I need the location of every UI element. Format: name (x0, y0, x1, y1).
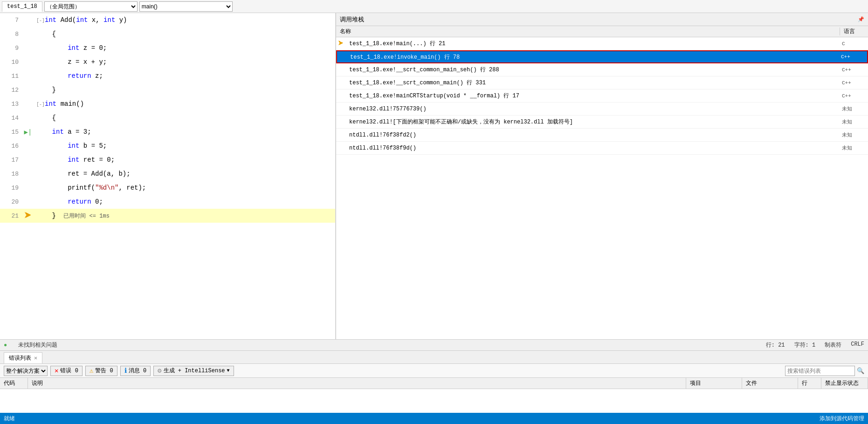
line-number-10: 10 (0, 59, 23, 66)
close-error-tab-icon[interactable]: ✕ (34, 355, 37, 362)
error-icon: ✕ (55, 367, 58, 375)
callstack-columns: 名称 语言 (336, 26, 868, 37)
callstack-header: 调用堆栈 📌 (336, 13, 868, 26)
list-item[interactable]: test_1_18.exe!invoke_main() 行 78 C++ (336, 50, 868, 63)
scope-select[interactable]: 整个解决方案 (4, 366, 48, 376)
line-gutter-15: ▶| (23, 128, 33, 136)
warning-label: 警告 0 (95, 367, 113, 375)
line-content-12: } (33, 86, 56, 94)
scope-dropdown[interactable]: （全局范围） (44, 1, 138, 12)
char-info: 字符: 1 (794, 341, 816, 349)
list-item[interactable]: test_1_18.exe!__scrt_common_main_seh() 行… (336, 63, 868, 76)
callstack-rows[interactable]: ⮞ test_1_18.exe!main(...) 行 21 C test_1_… (336, 37, 868, 350)
table-row: 15 ▶| int a = 3; (0, 125, 335, 139)
table-row: 11 return z; (0, 69, 335, 83)
error-cols: 代码 说明 项目 文件 行 禁止显示状态 (0, 378, 868, 389)
table-row: 10 z = x + y; (0, 55, 335, 69)
line-number-7: 7 (0, 17, 23, 24)
cs-row-lang-0: C (840, 41, 868, 47)
error-button[interactable]: ✕ 错误 0 (50, 366, 83, 376)
table-row: 9 int z = 0; (0, 41, 335, 55)
col-desc-header: 说明 (28, 378, 686, 389)
list-item[interactable]: kernel32.dll![下面的框架可能不正确和/或缺失，没有为 kernel… (336, 116, 868, 129)
cs-row-name-3: test_1_18.exe!__scrt_common_main() 行 331 (345, 79, 840, 87)
line-number-19: 19 (0, 185, 23, 191)
debug-arrow-icon: ▶| (24, 128, 32, 136)
dropdown-chevron-icon: ▼ (227, 368, 230, 373)
message-button[interactable]: ℹ 消息 0 (120, 366, 151, 376)
list-item[interactable]: ntdll.dll!76f38f9d() 未知 (336, 142, 868, 155)
callstack-pin-icon[interactable]: 📌 (858, 16, 864, 22)
col-suppress-header: 禁止显示状态 (821, 378, 868, 389)
status-text: 未找到相关问题 (18, 341, 57, 349)
line-number-14: 14 (0, 115, 23, 122)
function-dropdown[interactable]: main() (139, 1, 233, 12)
line-content-10: z = x + y; (33, 58, 107, 66)
line-content-15: int a = 3; (33, 128, 91, 136)
col-file-header: 文件 (742, 378, 798, 389)
cs-row-name-6: kernel32.dll![下面的框架可能不正确和/或缺失，没有为 kernel… (345, 118, 840, 126)
cs-row-name-8: ntdll.dll!76f38f9d() (345, 145, 840, 151)
table-row: 17 int ret = 0; (0, 153, 335, 167)
error-panel: 错误列表 ✕ 整个解决方案 ✕ 错误 0 ⚠ 警告 0 ℹ 消息 0 ⚙ 生成 … (0, 350, 868, 413)
line-content-19: printf("%d\n", ret); (33, 184, 146, 191)
cs-row-lang-7: 未知 (840, 131, 868, 138)
tab-type: 制表符 (825, 341, 841, 349)
list-item[interactable]: kernel32.dll!75776739() 未知 (336, 103, 868, 116)
error-panel-tabs: 错误列表 ✕ (0, 351, 868, 364)
callstack-title: 调用堆栈 (340, 15, 364, 24)
line-gutter-21: ⮞ (23, 212, 33, 220)
line-number-9: 9 (0, 45, 23, 52)
cs-row-lang-1: C++ (839, 54, 867, 60)
status-right: 行: 21 字符: 1 制表符 CRLF (766, 341, 864, 349)
list-item[interactable]: test_1_18.exe!mainCRTStartup(void * __fo… (336, 89, 868, 103)
list-item[interactable]: ntdll.dll!76f38fd2() 未知 (336, 129, 868, 142)
line-info: 行: 21 (766, 341, 785, 349)
cs-row-name-0: test_1_18.exe!main(...) 行 21 (345, 40, 840, 48)
encoding: CRLF (851, 341, 864, 349)
current-line-arrow-icon: ⮞ (24, 212, 32, 220)
search-icon[interactable]: 🔍 (857, 367, 864, 375)
error-rows (0, 389, 868, 413)
code-panel: 7 [-]int Add(int x, int y) 8 { 9 int z =… (0, 13, 336, 350)
file-tab[interactable]: test_1_18 (2, 1, 42, 12)
table-row: 13 [-]int main() (0, 97, 335, 111)
col-line-header: 行 (798, 378, 821, 389)
callstack-panel: 调用堆栈 📌 名称 语言 ⮞ test_1_18.exe!main(...) 行… (336, 13, 868, 350)
warning-icon: ⚠ (90, 367, 93, 375)
status-bar: 就绪 添加到源代码管理 (0, 413, 868, 424)
line-number-17: 17 (0, 157, 23, 164)
list-item[interactable]: ⮞ test_1_18.exe!main(...) 行 21 C (336, 37, 868, 50)
search-area: 🔍 (785, 366, 864, 376)
line-content-8: { (33, 30, 56, 38)
cs-row-icon-0: ⮞ (336, 40, 345, 47)
col-code-header: 代码 (0, 378, 28, 389)
table-row: 12 } (0, 83, 335, 97)
build-label: 生成 + IntelliSense (164, 367, 225, 375)
tab-error-list[interactable]: 错误列表 ✕ (4, 352, 42, 363)
cs-row-lang-4: C++ (840, 93, 868, 99)
error-toolbar: 整个解决方案 ✕ 错误 0 ⚠ 警告 0 ℹ 消息 0 ⚙ 生成 + Intel… (0, 364, 868, 378)
line-content-17: int ret = 0; (33, 156, 115, 164)
filter-icon: ⚙ (158, 367, 161, 375)
cs-row-name-2: test_1_18.exe!__scrt_common_main_seh() 行… (345, 66, 840, 74)
col-lang-header: 语言 (840, 27, 868, 35)
line-content-21: } 已用时间 <= 1ms (33, 212, 113, 220)
list-item[interactable]: test_1_18.exe!__scrt_common_main() 行 331… (336, 76, 868, 89)
tab-error-list-label: 错误列表 (9, 354, 31, 362)
warning-button[interactable]: ⚠ 警告 0 (85, 366, 117, 376)
cs-row-lang-3: C++ (840, 80, 868, 86)
line-content-7: [-]int Add(int x, int y) (33, 16, 127, 24)
col-proj-header: 项目 (686, 378, 742, 389)
search-input[interactable] (785, 366, 855, 376)
line-content-11: return z; (33, 72, 103, 80)
line-number-18: 18 (0, 171, 23, 178)
cs-row-lang-5: 未知 (840, 105, 868, 112)
build-dropdown-button[interactable]: ⚙ 生成 + IntelliSense ▼ (153, 366, 234, 376)
table-row: 21 ⮞ } 已用时间 <= 1ms (0, 209, 335, 223)
col-name-header: 名称 (336, 27, 840, 35)
info-bar: ● 未找到相关问题 行: 21 字符: 1 制表符 CRLF (0, 339, 868, 350)
line-content-14: { (33, 114, 56, 122)
line-number-13: 13 (0, 101, 23, 108)
line-number-20: 20 (0, 198, 23, 205)
